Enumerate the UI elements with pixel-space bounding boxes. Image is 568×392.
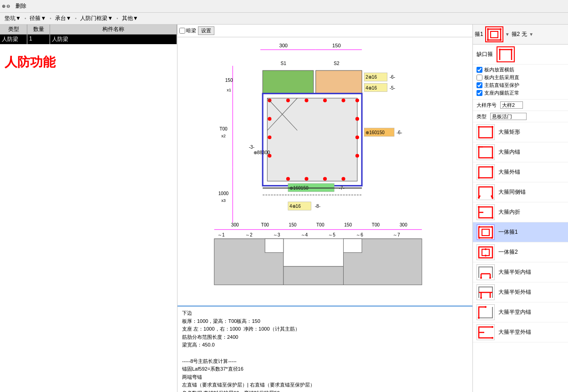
- dropdown-item-unity2[interactable]: 一体箍2: [473, 242, 568, 262]
- menu-jinghao[interactable]: 径箍▼: [27, 14, 49, 23]
- svg-rect-73: [284, 239, 344, 266]
- svg-point-85: [511, 49, 512, 50]
- up-arrow-btn[interactable]: ⊕: [2, 4, 5, 9]
- big-rect-icon: [477, 124, 495, 140]
- svg-point-102: [478, 206, 480, 208]
- center-drawing-area: 暗梁 设置 300 150 S1 S2 150 x1: [178, 25, 472, 392]
- dropdown-item-inner-anchor[interactable]: 大箍内锚: [473, 142, 568, 162]
- checkbox-main[interactable]: [477, 75, 482, 80]
- hoop2-dropdown[interactable]: ▼: [529, 32, 533, 37]
- col-header-count: 数量: [27, 25, 50, 34]
- svg-point-92: [492, 157, 493, 159]
- dropdown-item-same-side[interactable]: 大箍同侧锚: [473, 182, 568, 202]
- detail-seq-label: 大样序号: [477, 102, 497, 109]
- dropdown-item-half-rect-outer[interactable]: 大箍半矩外锚: [473, 282, 568, 302]
- anliang-checkbox[interactable]: [179, 28, 185, 34]
- svg-point-112: [485, 248, 487, 250]
- svg-rect-74: [284, 266, 344, 285]
- inner-anchor-icon: [477, 144, 495, 160]
- dropdown-item-half-hall-outer[interactable]: 大箍半堂外锚: [473, 322, 568, 342]
- svg-text:-8-: -8-: [315, 204, 320, 209]
- inner-fold-label: 大箍内折: [498, 208, 520, 216]
- svg-text:150: 150: [225, 78, 233, 83]
- svg-text:1000: 1000: [218, 191, 229, 196]
- svg-point-29: [355, 117, 359, 121]
- notch-hoop-preview[interactable]: [497, 46, 515, 62]
- svg-point-24: [304, 99, 308, 102]
- svg-point-80: [487, 28, 489, 30]
- svg-text:x2: x2: [221, 134, 226, 138]
- svg-rect-105: [482, 229, 489, 236]
- down-arrow-btn[interactable]: ⊖: [6, 4, 10, 9]
- inner-anchor-label: 大箍内锚: [498, 148, 520, 156]
- hoop1-dropdown[interactable]: ▼: [505, 32, 510, 37]
- checkbox-straight-label[interactable]: 主筋直锚至保护: [477, 82, 564, 89]
- svg-point-83: [500, 39, 502, 41]
- checkbox-straight[interactable]: [477, 82, 482, 88]
- svg-point-127: [492, 337, 493, 339]
- svg-point-36: [341, 177, 345, 181]
- menu-dikeng[interactable]: 垫坑▼: [2, 14, 24, 23]
- svg-point-99: [492, 197, 493, 199]
- svg-rect-10: [316, 70, 362, 94]
- svg-point-95: [478, 177, 480, 179]
- menu-renfang[interactable]: 人防门框梁▼: [77, 14, 116, 23]
- svg-text:T00: T00: [261, 222, 269, 227]
- inner-fold-icon: [477, 204, 495, 220]
- dropdown-item-big-rect[interactable]: 大箍矩形: [473, 122, 568, 142]
- anliag-checkbox-label[interactable]: 暗梁: [179, 27, 196, 34]
- svg-point-113: [485, 255, 487, 256]
- menu-other[interactable]: 其他▼: [119, 14, 141, 23]
- svg-point-126: [492, 326, 493, 328]
- half-rect-outer-label: 大箍半矩外锚: [498, 288, 531, 296]
- checkbox-main-label[interactable]: 板内主筋采用直: [477, 74, 564, 81]
- dropdown-item-half-hall-inner[interactable]: 大箍半堂内锚: [473, 302, 568, 322]
- svg-text:～6: ～6: [356, 232, 363, 237]
- checkboxes-area: 板内放置横筋 板内主筋采用直 主筋直锚至保护 支座内腿筋正常: [473, 65, 568, 100]
- svg-point-107: [491, 226, 493, 228]
- dropdown-item-unity1[interactable]: 一体箍1: [473, 222, 568, 242]
- svg-rect-9: [263, 70, 314, 94]
- svg-point-106: [478, 226, 480, 228]
- checkbox-support-label[interactable]: 支座内腿筋正常: [477, 90, 564, 96]
- outer-anchor-label: 大箍外锚: [498, 168, 520, 176]
- settings-btn[interactable]: 设置: [198, 26, 214, 35]
- svg-rect-89: [479, 147, 492, 158]
- svg-text:S1: S1: [281, 61, 287, 66]
- svg-text:～1: ～1: [218, 232, 225, 237]
- svg-point-123: [478, 317, 480, 319]
- svg-text:-5-: -5-: [390, 85, 395, 90]
- svg-point-124: [485, 306, 487, 308]
- dropdown-item-outer-anchor[interactable]: 大箍外锚: [473, 162, 568, 182]
- svg-rect-21: [267, 98, 357, 181]
- svg-point-96: [492, 166, 493, 168]
- half-rect-inner-icon: [477, 264, 495, 280]
- main-area: 类型 数量 构件名称 人防梁 1 人防梁 人防功能 暗梁 设置 300 15: [0, 25, 568, 392]
- svg-point-91: [478, 146, 480, 148]
- menu-chengtai[interactable]: 承台▼: [52, 14, 74, 23]
- detail-seq-input[interactable]: [500, 101, 523, 109]
- svg-point-98: [478, 197, 480, 199]
- checkbox-horiz-label[interactable]: 板内放置横筋: [477, 66, 564, 73]
- svg-rect-111: [482, 249, 489, 256]
- detail-seq-row: 大样序号: [473, 100, 568, 111]
- dropdown-item-inner-fold[interactable]: 大箍内折: [473, 202, 568, 222]
- type-input[interactable]: [490, 113, 527, 120]
- row-count: 1: [27, 35, 50, 44]
- svg-text:～2: ～2: [245, 232, 253, 237]
- delete-btn[interactable]: 删除: [14, 1, 28, 11]
- table-row[interactable]: 人防梁 1 人防梁: [0, 35, 177, 45]
- checkbox-horiz[interactable]: [477, 67, 482, 73]
- same-side-label: 大箍同侧锚: [498, 188, 526, 196]
- svg-text:4⊕16: 4⊕16: [289, 204, 301, 209]
- hoop1-preview[interactable]: [485, 26, 503, 42]
- dropdown-item-half-rect-inner[interactable]: 大箍半矩内锚: [473, 262, 568, 282]
- svg-rect-77: [344, 239, 362, 252]
- checkbox-support[interactable]: [477, 90, 482, 96]
- svg-text:x3: x3: [221, 198, 226, 203]
- half-hall-outer-icon: [477, 324, 495, 340]
- arrow-buttons[interactable]: ⊕ ⊖: [2, 4, 10, 9]
- svg-text:150: 150: [289, 222, 297, 227]
- unity2-label: 一体箍2: [498, 248, 518, 256]
- unity2-icon: [477, 244, 495, 260]
